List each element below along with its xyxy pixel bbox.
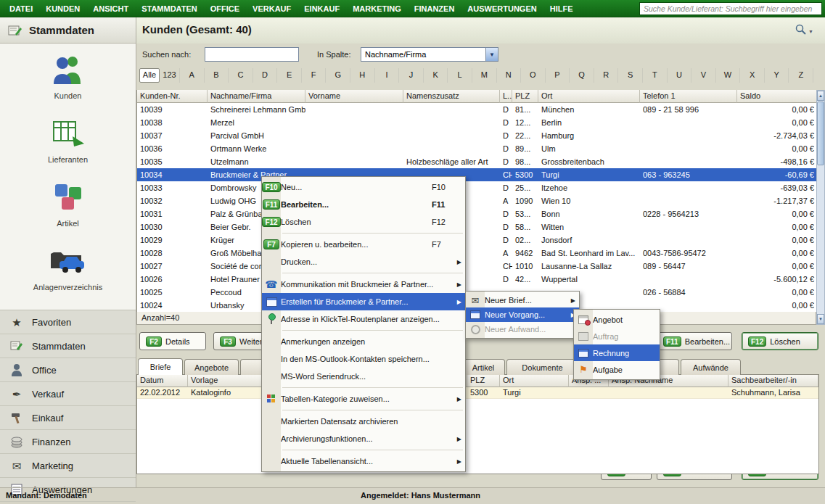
table-row[interactable]: 10027 Société de com... CH 1010 Lausanne… — [137, 260, 816, 273]
column-header[interactable]: PLZ — [467, 375, 500, 387]
alphabet-filter-item[interactable]: E — [277, 68, 302, 83]
submenu-item[interactable]: Auftrag — [574, 328, 660, 344]
column-header[interactable]: Kunden-Nr. — [137, 90, 208, 103]
context-menu-item[interactable]: F7 Kopieren u. bearbeiten... F7 — [262, 236, 465, 253]
menubar-item[interactable]: DATEI — [3, 0, 39, 17]
context-menu-item[interactable]: Adresse in KlickTel-Routenplaner anzeige… — [262, 310, 465, 328]
column-header[interactable]: Nachname/Firma — [208, 90, 305, 103]
details-button[interactable]: F2 Details — [139, 332, 206, 350]
alphabet-filter-item[interactable]: B — [205, 68, 229, 83]
table-row[interactable]: 10034 Bruckmeier & Partner CH 5300 Turgi… — [137, 168, 816, 181]
table-row[interactable]: 10029 Krüger D 02... Jonsdorf 0,00 € — [137, 234, 816, 247]
column-header[interactable]: Datum — [137, 375, 188, 387]
context-menu-item[interactable]: Erstellen für Bruckmeier & Partner... — [262, 293, 465, 310]
tab[interactable]: Dokumente — [506, 359, 578, 375]
alphabet-filter-item[interactable]: M — [472, 68, 497, 83]
alphabet-filter-item[interactable]: A — [180, 68, 205, 83]
table-row[interactable]: 10028 Groß Möbelhau... A 9462 Bad St. Le… — [137, 247, 816, 260]
alphabet-filter-item[interactable]: F — [302, 68, 327, 83]
column-header[interactable]: Namenszusatz — [403, 90, 500, 103]
detail-table-row[interactable]: 22.02.2012 Kataloginfo 5300 Turgi Schuhm… — [137, 387, 818, 399]
menubar-item[interactable]: ANSICHT — [86, 0, 135, 17]
alphabet-filter-item[interactable]: R — [594, 68, 619, 83]
column-header[interactable]: Ort — [538, 90, 640, 103]
table-scrollbar[interactable]: ▲ ▼ — [816, 90, 825, 325]
column-header[interactable]: Vorname — [305, 90, 403, 103]
menubar-item[interactable]: VERKAUF — [246, 0, 297, 17]
alphabet-filter-item[interactable]: Z — [789, 68, 813, 83]
alphabet-filter-item[interactable]: X — [740, 68, 765, 83]
submenu-item[interactable]: Neuer Vorgang... — [466, 307, 579, 322]
sidebar-item-artikel[interactable]: Artikel — [0, 171, 136, 235]
scroll-thumb[interactable] — [817, 102, 824, 165]
loeschen-button-mid[interactable]: F12 Löschen — [742, 332, 818, 350]
alphabet-filter-item[interactable]: G — [326, 68, 350, 83]
alphabet-filter-item[interactable]: J — [399, 68, 424, 83]
menubar-item[interactable]: KUNDEN — [39, 0, 86, 17]
alphabet-filter-item[interactable]: Y — [765, 68, 789, 83]
alphabet-filter-item[interactable]: V — [691, 68, 716, 83]
tab[interactable]: Angebote — [184, 359, 239, 375]
context-menu-item[interactable]: F11 Bearbeiten... F11 — [262, 196, 465, 213]
menubar-item[interactable]: HILFE — [543, 0, 580, 17]
tab[interactable]: Aufwände — [681, 359, 741, 375]
scroll-down-button[interactable]: ▼ — [817, 314, 824, 324]
alphabet-filter-item[interactable]: D — [253, 68, 278, 83]
context-menu-item[interactable]: Kommunikation mit Bruckmeier & Partner..… — [262, 276, 465, 293]
alphabet-filter-item[interactable]: O — [521, 68, 546, 83]
column-header[interactable]: L... — [500, 90, 512, 103]
alphabet-filter-item[interactable]: H — [350, 68, 375, 83]
submenu-item[interactable]: Neuer Aufwand... — [466, 322, 579, 336]
sidebar-item-office[interactable]: Office — [0, 358, 136, 382]
sidebar-item-kunden[interactable]: Kunden — [0, 44, 136, 107]
submenu-item[interactable]: Rechnung — [574, 344, 660, 361]
table-row[interactable]: 10026 Hotel Prauner D 42... Wuppertal -5… — [137, 273, 816, 286]
submenu-item[interactable]: Neuer Brief... — [466, 293, 579, 307]
table-row[interactable]: 10033 Dombrowsky D 25... Itzehoe -639,03… — [137, 181, 816, 194]
table-row[interactable]: 10039 Schreinerei Lehmann GmbH D 81... M… — [137, 103, 816, 116]
chevron-down-icon[interactable]: ▼ — [485, 48, 498, 61]
sidebar-item-einkauf[interactable]: Einkauf — [0, 406, 136, 430]
table-row[interactable]: 10031 Palz & Grünbau... D 53... Bonn 022… — [137, 207, 816, 220]
context-menu-item[interactable]: MS-Word Seriendruck... — [262, 368, 465, 385]
table-search-control[interactable]: ▼ — [795, 24, 813, 38]
context-menu-item[interactable]: Aktuelle Tabellenansicht... — [262, 453, 465, 470]
alphabet-filter-item[interactable]: U — [668, 68, 692, 83]
search-input[interactable] — [205, 47, 299, 62]
context-menu-item[interactable]: Anmerkungen anzeigen — [262, 333, 465, 350]
alphabet-filter-item[interactable]: P — [546, 68, 570, 83]
context-menu-item[interactable]: F12 Löschen F12 — [262, 213, 465, 231]
tab[interactable]: Briefe — [138, 358, 183, 375]
context-menu-item[interactable]: Tabellen-Kategorie zuweisen... — [262, 390, 465, 408]
column-header[interactable]: Saldo — [737, 90, 817, 103]
submenu-item[interactable]: Angebot — [574, 311, 660, 328]
column-select[interactable]: Nachname/Firma ▼ — [361, 47, 498, 62]
scroll-up-button[interactable]: ▲ — [817, 91, 824, 101]
alphabet-filter-item[interactable]: T — [643, 68, 668, 83]
sidebar-item-anlagenverzeichnis[interactable]: Anlagenverzeichnis — [0, 235, 136, 299]
global-search-input[interactable] — [639, 2, 822, 15]
table-row[interactable]: 10037 Parcival GmbH D 22... Hamburg -2.7… — [137, 129, 816, 142]
menubar-item[interactable]: MARKETING — [346, 0, 408, 17]
alphabet-filter-item[interactable]: L — [448, 68, 472, 83]
menubar-item[interactable]: EINKAUF — [297, 0, 346, 17]
column-header[interactable]: PLZ — [512, 90, 538, 103]
column-header[interactable]: Sachbearbeiter/-in — [728, 375, 818, 387]
tab[interactable]: Artikel — [461, 359, 505, 375]
submenu-item[interactable]: Aufgabe — [574, 361, 660, 378]
column-header[interactable]: Telefon 1 — [640, 90, 737, 103]
alphabet-filter-item[interactable]: K — [424, 68, 448, 83]
chevron-down-icon[interactable]: ▼ — [808, 29, 813, 34]
context-menu-item[interactable]: Markierten Datensatz archivieren — [262, 413, 465, 430]
search-icon[interactable] — [795, 24, 807, 38]
sidebar-item-stammdaten[interactable]: Stammdaten — [0, 334, 136, 358]
alphabet-filter-item[interactable]: W — [716, 68, 741, 83]
context-menu-item[interactable]: In den MS-Outlook-Kontakten speichern... — [262, 350, 465, 368]
alphabet-filter-item[interactable]: C — [229, 68, 253, 83]
table-row[interactable]: 10038 Merzel D 12... Berlin 0,00 € — [137, 116, 816, 129]
table-row[interactable]: 10036 Ortmann Werke D 89... Ulm 0,00 € — [137, 142, 816, 155]
menubar-item[interactable]: FINANZEN — [408, 0, 461, 17]
alphabet-filter-item[interactable]: N — [497, 68, 522, 83]
alphabet-filter-item[interactable]: S — [618, 68, 643, 83]
alphabet-filter-item[interactable]: I — [375, 68, 400, 83]
